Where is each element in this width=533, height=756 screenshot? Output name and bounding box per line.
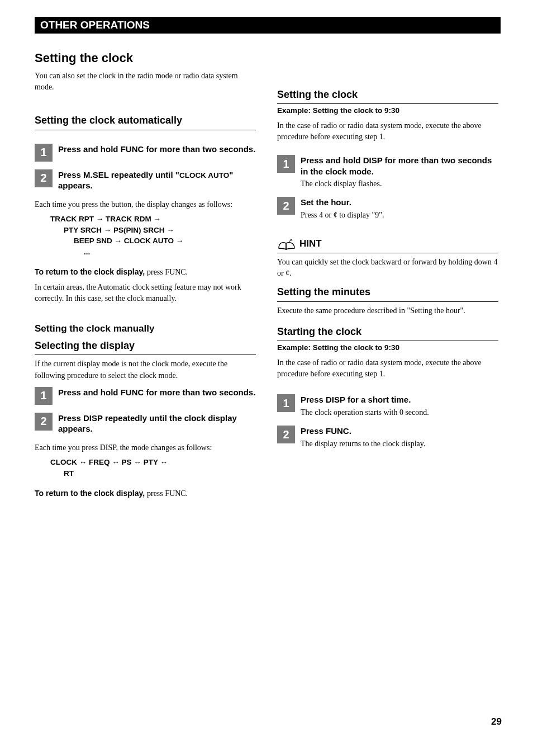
- book-icon: [277, 237, 296, 251]
- left-column: Setting the clock You can also set the c…: [35, 49, 256, 503]
- r-step1b-a: Press DISP for a short time.: [301, 394, 498, 405]
- step-2b: 2 Press DISP repeatedly until the clock …: [35, 413, 256, 434]
- step2-pre: Press M.SEL repeatedly until ": [58, 170, 179, 179]
- subsection-set-clock: Setting the clock: [277, 88, 498, 104]
- cycle-track-rpt: TRACK RPT: [50, 215, 94, 223]
- right-step-2b: 2 Press FUNC. The display returns to the…: [277, 426, 498, 449]
- note-auto-clock: In certain areas, the Automatic clock se…: [35, 282, 256, 305]
- r-step1b-b: The clock operation starts with 0 second…: [301, 408, 498, 418]
- hint-body: You can quickly set the clock backward o…: [277, 257, 498, 280]
- arrow-right-icon: →: [166, 226, 174, 234]
- arrow-right-icon: →: [154, 215, 161, 223]
- cycle-pty: PTY: [144, 458, 158, 466]
- example-930-2: Example: Setting the clock to 9:30: [277, 343, 399, 352]
- cycle-beep: BEEP SND: [74, 237, 112, 245]
- arrow-right-icon: →: [96, 215, 106, 223]
- arrow-right-icon: →: [104, 226, 113, 234]
- r-step-number-1b: 1: [277, 394, 295, 412]
- return-pre-2: To return to the clock display,: [35, 489, 147, 498]
- right-step-1: 1 Press and hold DISP for more than two …: [277, 155, 498, 189]
- r-step1-b: The clock display flashes.: [301, 179, 498, 189]
- r-step-number-1: 1: [277, 155, 295, 173]
- cycle-freq: FREQ: [89, 458, 110, 466]
- cycle-pty-srch: PTY SRCH: [64, 226, 102, 234]
- example-930: Example: Setting the clock to 9:30: [277, 106, 399, 115]
- cycle-track-rdm: TRACK RDM: [106, 215, 151, 223]
- r-step2b-a: Press FUNC.: [301, 426, 498, 437]
- arrow-right-icon: →: [176, 237, 184, 245]
- each-press-2: Each time you press DISP, the mode chang…: [35, 442, 256, 453]
- chapter-title: OTHER OPERATIONS: [40, 17, 150, 33]
- section-manual-clock: Setting the clock manually: [35, 322, 256, 336]
- cycle-clock-auto: CLOCK AUTO: [124, 237, 174, 245]
- step-number-2: 2: [35, 169, 53, 187]
- step-2: 2 Press M.SEL repeatedly until "CLOCK AU…: [35, 169, 256, 191]
- select-display-intro: If the current display mode is not the c…: [35, 358, 256, 381]
- subsection-set-minutes: Setting the minutes: [277, 286, 498, 301]
- mode-cycle-2: CLOCK ↔ FREQ ↔ PS ↔ PTY ↔ RT: [50, 457, 256, 479]
- arrow-lr-icon: ↔: [160, 458, 168, 466]
- step-1b-text: Press and hold FUNC for more than two se…: [58, 387, 256, 398]
- r-step2-b: Press 4 or ¢ to display "9".: [301, 210, 498, 220]
- step-1-text: Press and hold FUNC for more than two se…: [58, 144, 256, 155]
- r-step-1-text: Press and hold DISP for more than two se…: [301, 155, 498, 189]
- return-pre: To return to the clock display,: [35, 267, 147, 276]
- r-step1-a: Press and hold DISP for more than two se…: [301, 155, 498, 177]
- arrow-right-icon: →: [115, 237, 124, 245]
- arrow-lr-icon: ↔: [79, 458, 89, 466]
- cycle-ps: PS: [122, 458, 132, 466]
- r-step-number-2: 2: [277, 197, 295, 215]
- arrow-lr-icon: ↔: [134, 458, 143, 466]
- r-step2-a: Set the hour.: [301, 197, 498, 208]
- subsection-start-clock: Starting the clock: [277, 325, 498, 341]
- chapter-bar: OTHER OPERATIONS: [35, 17, 501, 34]
- r-step-2b-text: Press FUNC. The display returns to the c…: [301, 426, 498, 449]
- set-minutes-body: Execute the same procedure described in …: [277, 305, 498, 316]
- mode-cycle: TRACK RPT → TRACK RDM → PTY SRCH → PS(PI…: [50, 214, 256, 257]
- return-body: press FUNC.: [147, 268, 188, 276]
- step-number-1b: 1: [35, 387, 53, 405]
- section-setting-clock: Setting the clock: [35, 49, 256, 67]
- r-step-2-text: Set the hour. Press 4 or ¢ to display "9…: [301, 197, 498, 220]
- right-column: Setting the clock Example: Setting the c…: [277, 49, 498, 503]
- step2-label: CLOCK AUTO: [179, 171, 229, 179]
- subsection-auto: Setting the clock automatically: [35, 114, 256, 130]
- section-intro: You can also set the clock in the radio …: [35, 70, 256, 93]
- right-step-2: 2 Set the hour. Press 4 or ¢ to display …: [277, 197, 498, 220]
- cycle-rt: RT: [64, 469, 74, 478]
- cycle-clock: CLOCK: [50, 458, 77, 466]
- step-2-text: Press M.SEL repeatedly until "CLOCK AUTO…: [58, 169, 256, 191]
- return-line-1: To return to the clock display, press FU…: [35, 266, 256, 278]
- step-2b-text: Press DISP repeatedly until the clock di…: [58, 413, 256, 434]
- subsection-select-display: Selecting the display: [35, 339, 256, 355]
- step-number-2b: 2: [35, 413, 53, 431]
- r-step2b-b: The display returns to the clock display…: [301, 439, 498, 449]
- example-label: Example: Setting the clock to 9:30: [277, 105, 498, 116]
- step-number-1: 1: [35, 144, 53, 162]
- example-label-2: Example: Setting the clock to 9:30: [277, 342, 498, 353]
- right-step-1b: 1 Press DISP for a short time. The clock…: [277, 394, 498, 418]
- cycle-pspin: PS(PIN) SRCH: [113, 226, 165, 234]
- r-step-number-2b: 2: [277, 426, 295, 443]
- hint-label: HINT: [299, 237, 322, 251]
- arrow-lr-icon: ↔: [112, 458, 121, 466]
- return-line-2: To return to the clock display, press FU…: [35, 488, 256, 499]
- example-intro-2: In the case of radio or radio data syste…: [277, 357, 498, 380]
- return-body-2: press FUNC.: [147, 489, 188, 498]
- hint-row: HINT: [277, 237, 498, 253]
- step-1: 1 Press and hold FUNC for more than two …: [35, 144, 256, 162]
- page-number: 29: [491, 715, 502, 729]
- r-step-1b-text: Press DISP for a short time. The clock o…: [301, 394, 498, 418]
- each-press-intro: Each time you press the button, the disp…: [35, 199, 256, 210]
- example-intro: In the case of radio or radio data syste…: [277, 120, 498, 143]
- step-1b: 1 Press and hold FUNC for more than two …: [35, 387, 256, 405]
